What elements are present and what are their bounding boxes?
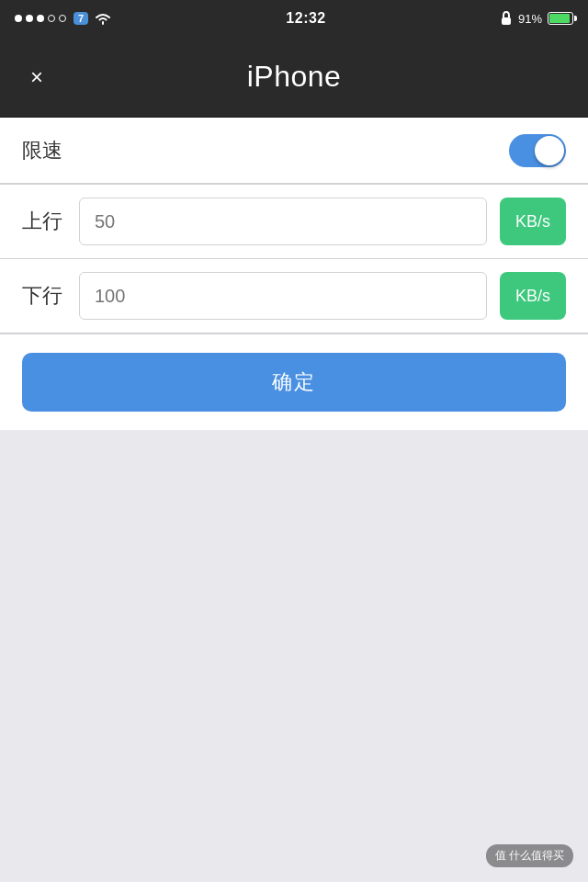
page-title: iPhone xyxy=(247,60,342,94)
upload-unit-badge: KB/s xyxy=(500,198,566,245)
nav-bar: × iPhone xyxy=(0,37,588,118)
status-left: 7 xyxy=(15,11,112,26)
wifi-icon xyxy=(94,11,112,26)
dot2 xyxy=(26,15,33,22)
dot5 xyxy=(59,15,66,22)
dot1 xyxy=(15,15,22,22)
confirm-button[interactable]: 确定 xyxy=(22,353,566,412)
signal-dots xyxy=(15,15,66,22)
app-badge: 7 xyxy=(74,12,88,25)
watermark: 值 什么值得买 xyxy=(486,844,573,867)
limit-speed-toggle[interactable] xyxy=(509,134,566,167)
dot4 xyxy=(48,15,55,22)
upload-row: 上行 KB/s xyxy=(0,185,588,259)
download-input[interactable] xyxy=(79,272,487,320)
status-bar: 7 12:32 91% xyxy=(0,0,588,37)
upload-label: 上行 xyxy=(22,208,66,235)
settings-section: 限速 xyxy=(0,118,588,184)
svg-rect-0 xyxy=(502,17,511,25)
download-row: 下行 KB/s xyxy=(0,259,588,334)
status-time: 12:32 xyxy=(286,10,325,27)
limit-speed-row: 限速 xyxy=(0,118,588,184)
toggle-thumb xyxy=(535,136,564,165)
inputs-section: 上行 KB/s 下行 KB/s xyxy=(0,184,588,334)
download-unit-badge: KB/s xyxy=(500,272,566,320)
battery-container xyxy=(548,12,573,25)
upload-input[interactable] xyxy=(79,198,487,245)
dot3 xyxy=(37,15,44,22)
close-button[interactable]: × xyxy=(18,59,55,96)
battery-fill xyxy=(549,14,570,23)
confirm-section: 确定 xyxy=(0,334,588,430)
battery-percent: 91% xyxy=(518,12,542,26)
status-right: 91% xyxy=(500,11,573,26)
battery-icon xyxy=(548,12,573,25)
download-label: 下行 xyxy=(22,282,66,310)
limit-speed-label: 限速 xyxy=(22,137,62,164)
lock-icon xyxy=(500,11,513,26)
